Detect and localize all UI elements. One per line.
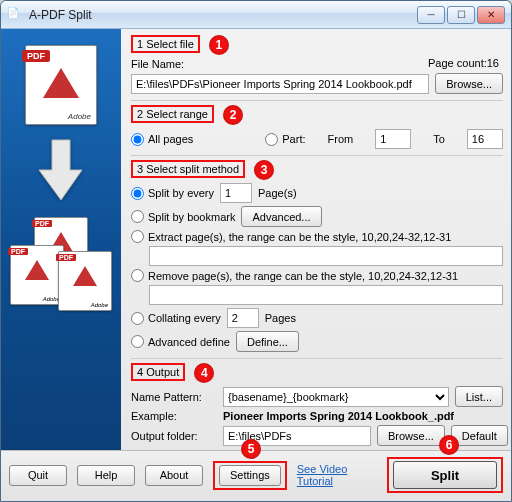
- default-folder-button[interactable]: Default: [451, 425, 508, 446]
- window-title: A-PDF Split: [29, 8, 417, 22]
- extract-range-input[interactable]: [149, 246, 503, 266]
- split-highlight: Split 6: [387, 457, 503, 493]
- app-icon: 📄: [7, 7, 23, 23]
- advanced-bookmark-button[interactable]: Advanced...: [241, 206, 321, 227]
- callout-1: 1: [209, 35, 229, 55]
- close-button[interactable]: ✕: [477, 6, 505, 24]
- arrow-down-icon: [36, 135, 86, 205]
- about-button[interactable]: About: [145, 465, 203, 486]
- radio-remove[interactable]: Remove page(s), the range can be the sty…: [131, 269, 458, 282]
- content-pane: 1 Select file 1 Page count:16 File Name:…: [121, 29, 511, 450]
- to-label: To: [433, 133, 445, 145]
- help-button[interactable]: Help: [77, 465, 135, 486]
- split-every-input[interactable]: [220, 183, 252, 203]
- callout-2: 2: [223, 105, 243, 125]
- define-button[interactable]: Define...: [236, 331, 299, 352]
- quit-button[interactable]: Quit: [9, 465, 67, 486]
- maximize-button[interactable]: ☐: [447, 6, 475, 24]
- file-name-input[interactable]: [131, 74, 429, 94]
- pdf-output-stack-icon: Adobe Adobe Adobe: [6, 215, 116, 325]
- section3-header: 3 Select split method: [131, 160, 245, 178]
- example-value: Pioneer Imports Spring 2014 Lookbook_.pd…: [223, 410, 454, 422]
- from-label: From: [328, 133, 354, 145]
- remove-range-input[interactable]: [149, 285, 503, 305]
- collating-suffix: Pages: [265, 312, 296, 324]
- section4-header: 4 Output: [131, 363, 185, 381]
- name-pattern-combo[interactable]: {basename}_{bookmark}: [223, 387, 449, 407]
- radio-split-every[interactable]: Split by every: [131, 187, 214, 200]
- radio-advanced-define[interactable]: Advanced define: [131, 335, 230, 348]
- pdf-source-icon: Adobe: [25, 45, 97, 125]
- output-folder-label: Output folder:: [131, 430, 217, 442]
- section2-header: 2 Select range: [131, 105, 214, 123]
- collating-input[interactable]: [227, 308, 259, 328]
- from-input[interactable]: [375, 129, 411, 149]
- video-tutorial-link[interactable]: See Video Tutorial: [297, 463, 377, 487]
- callout-4: 4: [194, 363, 214, 383]
- titlebar: 📄 A-PDF Split ─ ☐ ✕: [1, 1, 511, 29]
- radio-all-pages[interactable]: All pages: [131, 133, 193, 146]
- pages-suffix: Page(s): [258, 187, 297, 199]
- minimize-button[interactable]: ─: [417, 6, 445, 24]
- radio-extract[interactable]: Extract page(s), the range can be the st…: [131, 230, 451, 243]
- example-label: Example:: [131, 410, 217, 422]
- settings-highlight: Settings 5: [213, 461, 287, 490]
- callout-3: 3: [254, 160, 274, 180]
- radio-collating[interactable]: Collating every: [131, 312, 221, 325]
- callout-6: 6: [439, 435, 459, 455]
- to-input[interactable]: [467, 129, 503, 149]
- split-button[interactable]: Split: [393, 461, 497, 489]
- app-window: 📄 A-PDF Split ─ ☐ ✕ Adobe Adobe: [0, 0, 512, 502]
- radio-part[interactable]: Part:: [265, 133, 305, 146]
- settings-button[interactable]: Settings: [219, 465, 281, 486]
- sidebar: Adobe Adobe Adobe Adobe: [1, 29, 121, 450]
- section1-header: 1 Select file: [131, 35, 200, 53]
- list-button[interactable]: List...: [455, 386, 503, 407]
- footer: Quit Help About Settings 5 See Video Tut…: [1, 450, 511, 501]
- page-count: Page count:16: [428, 57, 499, 69]
- file-name-label: File Name:: [131, 58, 203, 70]
- callout-5: 5: [241, 439, 261, 459]
- name-pattern-label: Name Pattern:: [131, 391, 217, 403]
- browse-folder-button[interactable]: Browse...: [377, 425, 445, 446]
- browse-file-button[interactable]: Browse...: [435, 73, 503, 94]
- radio-split-bookmark[interactable]: Split by bookmark: [131, 210, 235, 223]
